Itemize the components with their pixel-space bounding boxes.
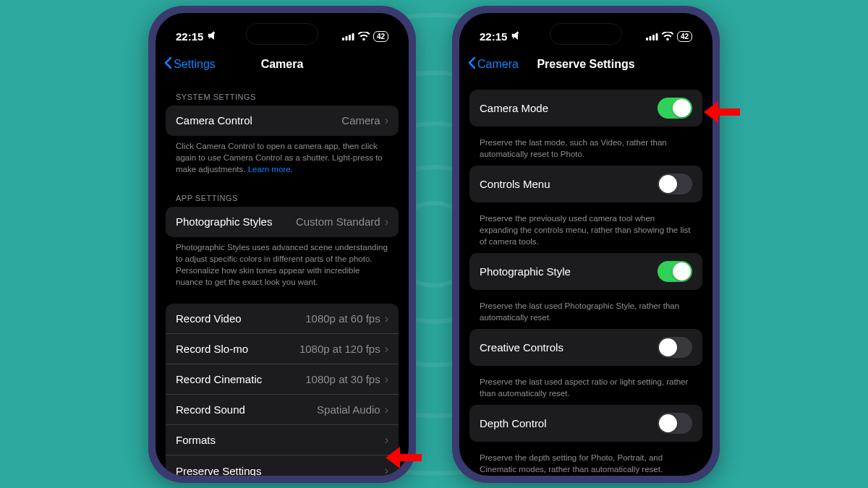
signal-icon — [342, 30, 354, 43]
cell-value: Custom Standard — [296, 215, 380, 228]
cell-label: Record Video — [176, 312, 242, 325]
cell-record-cinematic[interactable]: Record Cinematic 1080p at 30 fps › — [166, 364, 399, 395]
svg-rect-6 — [652, 35, 655, 40]
back-label: Settings — [174, 58, 216, 71]
section-footer: Preserve the depth setting for Photo, Po… — [469, 448, 702, 475]
section-footer: Preserve the last used Photographic Styl… — [469, 296, 702, 329]
cell-value: 1080p at 30 fps — [305, 373, 380, 385]
section-footer-app: Photographic Styles uses advanced scene … — [166, 237, 399, 294]
cell-label: Depth Control — [480, 417, 547, 429]
cell-value: Spatial Audio — [317, 403, 380, 416]
phone-left: 22:15 42 Settings — [148, 6, 416, 483]
cell-record-slomo[interactable]: Record Slo-mo 1080p at 120 fps › — [166, 334, 399, 364]
back-button[interactable]: Camera — [468, 56, 519, 72]
signal-icon — [646, 30, 658, 43]
cell-label: Record Cinematic — [176, 373, 262, 385]
status-time: 22:15 — [480, 30, 507, 43]
section-footer: Preserve the last used aspect ratio or l… — [469, 372, 702, 405]
silent-icon — [511, 30, 521, 43]
dynamic-island — [550, 23, 622, 45]
learn-more-link[interactable]: Learn more. — [248, 165, 293, 174]
svg-rect-1 — [345, 36, 347, 40]
cell-label: Photographic Styles — [176, 215, 272, 228]
cell-label: Camera Mode — [480, 102, 548, 114]
chevron-right-icon: › — [385, 434, 388, 447]
section-header-system: SYSTEM SETTINGS — [166, 80, 399, 106]
nav-bar: Camera Preserve Settings — [459, 49, 712, 80]
toggle-controls-menu[interactable] — [658, 174, 692, 194]
toggle-photographic-style[interactable] — [658, 261, 692, 282]
battery-icon: 42 — [677, 31, 692, 42]
svg-rect-3 — [352, 33, 354, 40]
svg-rect-7 — [655, 33, 658, 40]
wifi-icon — [358, 30, 370, 43]
phone-right: 22:15 42 Camera P — [452, 6, 720, 483]
nav-bar: Settings Camera — [156, 49, 409, 80]
chevron-right-icon: › — [385, 215, 388, 228]
arrow-annotation-right — [704, 101, 740, 126]
cell-value: 1080p at 60 fps — [305, 312, 380, 325]
toggle-creative-controls[interactable] — [658, 337, 692, 358]
dynamic-island — [246, 23, 318, 45]
svg-rect-4 — [646, 38, 648, 40]
cell-label: Controls Menu — [480, 178, 550, 190]
cell-photographic-styles[interactable]: Photographic Styles Custom Standard › — [166, 207, 399, 237]
toggle-depth-control[interactable] — [658, 413, 692, 434]
cell-depth-control: Depth Control — [469, 405, 702, 442]
status-time: 22:15 — [176, 30, 203, 43]
svg-rect-2 — [349, 35, 351, 40]
cell-creative-controls: Creative Controls — [469, 329, 702, 366]
chevron-right-icon: › — [385, 114, 388, 127]
chevron-right-icon: › — [385, 373, 388, 386]
cell-record-video[interactable]: Record Video 1080p at 60 fps › — [166, 304, 399, 334]
back-button[interactable]: Settings — [164, 56, 216, 72]
section-footer-system: Click Camera Control to open a camera ap… — [166, 136, 399, 181]
chevron-right-icon: › — [385, 312, 388, 325]
section-footer: Preserve the previously used camera tool… — [469, 208, 702, 253]
svg-rect-0 — [342, 38, 344, 40]
cell-label: Photographic Style — [480, 265, 571, 278]
cell-label: Record Slo-mo — [176, 343, 248, 355]
silent-icon — [207, 30, 217, 43]
toggle-camera-mode[interactable] — [658, 98, 692, 119]
chevron-right-icon: › — [385, 343, 388, 356]
cell-label: Record Sound — [176, 403, 245, 416]
chevron-left-icon — [164, 56, 172, 72]
cell-label: Creative Controls — [480, 341, 563, 354]
chevron-right-icon: › — [385, 403, 388, 416]
cell-camera-control[interactable]: Camera Control Camera › — [166, 106, 399, 136]
svg-rect-5 — [649, 36, 651, 40]
cell-photographic-style: Photographic Style — [469, 253, 702, 290]
cell-label: Preserve Settings — [176, 465, 261, 476]
section-footer: Preserve the last mode, such as Video, r… — [469, 132, 702, 166]
cell-value: Camera — [341, 114, 380, 127]
cell-record-sound[interactable]: Record Sound Spatial Audio › — [166, 395, 399, 425]
back-label: Camera — [477, 58, 519, 71]
section-header-app: APP SETTINGS — [166, 181, 399, 207]
battery-icon: 42 — [373, 31, 388, 42]
chevron-left-icon — [468, 56, 476, 72]
cell-formats[interactable]: Formats › — [166, 425, 399, 455]
page-title: Preserve Settings — [537, 58, 634, 71]
cell-label: Formats — [176, 434, 216, 446]
cell-label: Camera Control — [176, 114, 252, 127]
cell-value: 1080p at 120 fps — [299, 343, 380, 355]
cell-camera-mode: Camera Mode — [469, 90, 702, 127]
arrow-annotation-left — [386, 447, 422, 471]
cell-preserve-settings[interactable]: Preserve Settings › — [166, 455, 399, 475]
page-title: Camera — [261, 58, 304, 71]
cell-controls-menu: Controls Menu — [469, 166, 702, 202]
wifi-icon — [662, 30, 673, 43]
